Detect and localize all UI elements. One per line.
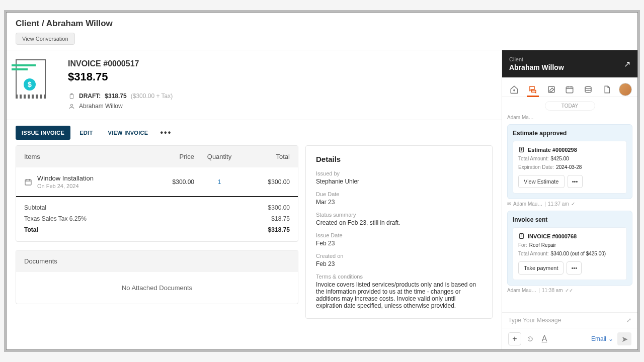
email-icon: ✉	[507, 201, 511, 207]
item-price: $300.00	[149, 178, 194, 186]
invoice-icon: $	[16, 59, 52, 102]
format-icon[interactable]: A	[539, 334, 549, 343]
tab-avatar[interactable]	[618, 82, 632, 97]
svg-point-4	[514, 89, 515, 90]
documents-header: Documents	[16, 250, 298, 272]
invoice-client-name: Abraham Willow	[79, 103, 123, 110]
tab-payments[interactable]	[581, 82, 595, 97]
emoji-icon[interactable]: ☺	[525, 334, 535, 343]
message-input[interactable]: Type Your Message	[508, 317, 561, 324]
today-pill: TODAY	[545, 101, 595, 111]
channel-select[interactable]: Email ⌄	[591, 335, 613, 342]
side-invoice-number: INVOICE #0000768	[528, 233, 577, 239]
estimate-card: Estimate approved Estimate #0000298 Tota…	[507, 124, 632, 199]
issue-invoice-button[interactable]: ISSUE INVOICE	[16, 126, 70, 140]
more-actions-button[interactable]: •••	[157, 125, 175, 140]
breadcrumb: Client / Abraham Willow	[16, 19, 628, 29]
svg-rect-6	[567, 87, 574, 93]
invoice-amount: $318.75	[68, 70, 173, 83]
document-icon	[518, 146, 525, 153]
svg-point-7	[585, 86, 591, 89]
item-name: Window Installation	[37, 174, 149, 182]
avatar	[619, 83, 632, 96]
item-date: On Feb 24, 2024	[37, 183, 149, 189]
side-panel-client-name: Abraham Willow	[509, 63, 564, 71]
clipboard-icon	[68, 93, 75, 100]
documents-empty: No Attached Documents	[16, 272, 298, 304]
view-estimate-button[interactable]: View Estimate	[518, 175, 565, 188]
tab-home[interactable]	[507, 82, 521, 97]
svg-point-2	[70, 104, 72, 106]
take-payment-button[interactable]: Take payment	[518, 261, 564, 275]
expand-compose-icon[interactable]: ⤢	[626, 317, 631, 324]
estimate-more-button[interactable]: •••	[568, 175, 583, 188]
details-panel: Details Issued by Stephanie Uhler Due Da…	[305, 145, 493, 319]
side-panel-label: Client	[509, 56, 564, 62]
person-icon	[68, 103, 75, 110]
invoice-number: INVOICE #0000517	[68, 59, 173, 68]
estimate-number: Estimate #0000298	[528, 147, 577, 153]
double-check-icon: ✓✓	[565, 288, 573, 293]
chevron-down-icon: ⌄	[608, 335, 613, 342]
expand-icon[interactable]: ↗	[624, 59, 630, 69]
edit-button[interactable]: EDIT	[73, 126, 99, 140]
item-total: $300.00	[245, 178, 290, 186]
tab-notes[interactable]	[544, 82, 558, 97]
check-icon: ✓	[571, 201, 575, 207]
view-invoice-button[interactable]: VIEW INVOICE	[102, 126, 154, 140]
document-icon	[518, 233, 525, 239]
invoice-card: Invoice sent INVOICE #0000768 For:Roof R…	[507, 211, 632, 286]
tab-calendar[interactable]	[562, 82, 577, 97]
invoice-more-button[interactable]: •••	[567, 261, 582, 275]
view-conversation-button[interactable]: View Conversation	[16, 33, 75, 45]
send-button[interactable]: ➤	[617, 332, 631, 345]
conversation-panel: Client Abraham Willow ↗ TODAY Adam Ma… E…	[502, 50, 637, 349]
tab-files[interactable]	[600, 82, 614, 97]
total-value: $318.75	[268, 226, 290, 233]
details-title: Details	[316, 155, 482, 163]
tab-chat[interactable]	[526, 82, 540, 97]
table-row[interactable]: Window Installation On Feb 24, 2024 $300…	[16, 167, 298, 197]
calendar-icon	[24, 178, 37, 186]
item-qty[interactable]: 1	[194, 178, 245, 186]
svg-rect-3	[25, 179, 31, 185]
invoice-status: DRAFT:	[79, 93, 101, 100]
items-table-header: Items Price Quantity Total	[16, 146, 298, 167]
total-label: Total	[24, 226, 38, 233]
attach-button[interactable]: +	[508, 332, 521, 345]
